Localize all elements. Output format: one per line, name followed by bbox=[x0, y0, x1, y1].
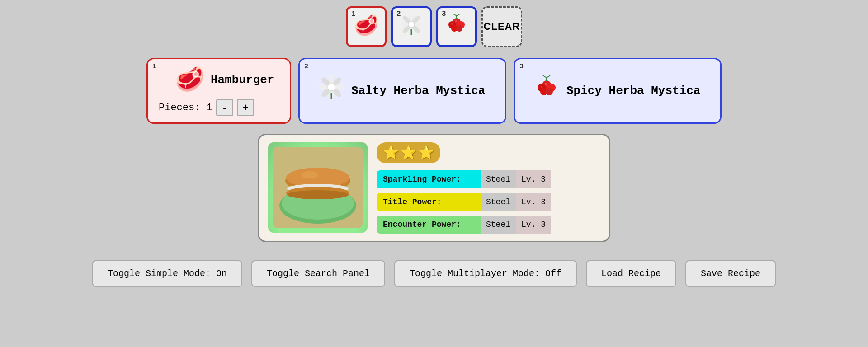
slot-3-icon bbox=[444, 12, 469, 41]
toggle-search-panel-button[interactable]: Toggle Search Panel bbox=[251, 260, 385, 287]
svg-point-19 bbox=[455, 20, 457, 22]
card-1-number: 1 bbox=[152, 63, 156, 70]
pieces-plus-button[interactable]: + bbox=[237, 99, 254, 116]
star-2: ⭐ bbox=[401, 145, 416, 160]
card-3-number: 3 bbox=[519, 63, 524, 70]
card-1-name: Hamburger bbox=[211, 73, 274, 87]
slot-1-icon: 🥩 bbox=[354, 17, 379, 37]
svg-point-36 bbox=[546, 88, 553, 95]
ingredient-card-1: 1 🥩 Hamburger Pieces: 1 - + bbox=[146, 58, 291, 124]
toggle-simple-mode-button[interactable]: Toggle Simple Mode: On bbox=[92, 260, 242, 287]
power-1-label: Sparkling Power: bbox=[377, 170, 481, 188]
load-recipe-button[interactable]: Load Recipe bbox=[586, 260, 676, 287]
svg-point-49 bbox=[287, 190, 349, 199]
svg-line-17 bbox=[453, 14, 457, 16]
clear-label: CLEAR bbox=[484, 21, 520, 33]
power-3-type: Steel bbox=[481, 216, 516, 234]
card-2-name: Salty Herba Mystica bbox=[351, 84, 485, 98]
svg-point-15 bbox=[456, 25, 462, 32]
bottom-bar: Toggle Simple Mode: On Toggle Search Pan… bbox=[0, 260, 868, 296]
pieces-row: Pieces: 1 - + bbox=[157, 99, 254, 116]
star-1: ⭐ bbox=[383, 145, 399, 160]
card-2-number: 2 bbox=[304, 63, 308, 70]
power-2-label: Title Power: bbox=[377, 193, 481, 211]
star-3: ⭐ bbox=[418, 145, 434, 160]
power-3-label: Encounter Power: bbox=[377, 216, 481, 234]
pieces-label: Pieces: 1 bbox=[159, 102, 212, 113]
slot-3-number: 3 bbox=[442, 10, 446, 18]
svg-point-30 bbox=[328, 84, 335, 91]
svg-line-38 bbox=[543, 75, 547, 78]
power-row-1: Sparkling Power: Steel Lv. 3 bbox=[377, 170, 600, 188]
power-1-level: Lv. 3 bbox=[516, 170, 551, 188]
slot-3-button[interactable]: 3 bbox=[436, 6, 477, 47]
card-1-top: 🥩 Hamburger bbox=[157, 66, 274, 94]
power-row-3: Encounter Power: Steel Lv. 3 bbox=[377, 216, 600, 234]
sandwich-image bbox=[268, 142, 368, 233]
svg-point-20 bbox=[451, 23, 453, 25]
toggle-multiplayer-mode-button[interactable]: Toggle Multiplayer Mode: Off bbox=[394, 260, 577, 287]
slot-1-button[interactable]: 1 🥩 bbox=[346, 6, 387, 47]
svg-point-40 bbox=[545, 83, 547, 85]
pieces-minus-button[interactable]: - bbox=[216, 99, 233, 116]
svg-point-41 bbox=[541, 86, 542, 88]
card-3-icon bbox=[533, 74, 560, 108]
svg-line-39 bbox=[547, 75, 550, 78]
slot-2-button[interactable]: 2 bbox=[391, 6, 432, 47]
top-bar: 1 🥩 2 3 bbox=[0, 0, 868, 53]
power-row-2: Title Power: Steel Lv. 3 bbox=[377, 193, 600, 211]
result-section: ⭐ ⭐ ⭐ Sparkling Power: Steel Lv. 3 Title… bbox=[0, 134, 868, 242]
slot-1-number: 1 bbox=[351, 10, 356, 18]
card-2-icon bbox=[318, 74, 345, 108]
powers-section: ⭐ ⭐ ⭐ Sparkling Power: Steel Lv. 3 Title… bbox=[377, 142, 600, 234]
power-2-level: Lv. 3 bbox=[516, 193, 551, 211]
svg-point-9 bbox=[408, 21, 415, 28]
power-3-level: Lv. 3 bbox=[516, 216, 551, 234]
power-1-type: Steel bbox=[481, 170, 516, 188]
slot-2-number: 2 bbox=[396, 10, 401, 18]
ingredient-card-2: 2 Salty Herba Mystica bbox=[298, 58, 506, 124]
save-recipe-button[interactable]: Save Recipe bbox=[685, 260, 776, 287]
stars-row: ⭐ ⭐ ⭐ bbox=[377, 142, 440, 163]
svg-point-50 bbox=[302, 171, 318, 178]
clear-button[interactable]: CLEAR bbox=[481, 6, 522, 47]
power-2-type: Steel bbox=[481, 193, 516, 211]
cards-row: 1 🥩 Hamburger Pieces: 1 - + 2 bbox=[0, 58, 868, 124]
result-card: ⭐ ⭐ ⭐ Sparkling Power: Steel Lv. 3 Title… bbox=[258, 134, 610, 242]
ingredient-card-3: 3 Spicy Herba Mystica bbox=[514, 58, 722, 124]
svg-line-18 bbox=[457, 14, 460, 16]
card-1-icon: 🥩 bbox=[175, 66, 204, 94]
slot-2-icon bbox=[399, 12, 424, 41]
card-3-name: Spicy Herba Mystica bbox=[566, 84, 700, 98]
